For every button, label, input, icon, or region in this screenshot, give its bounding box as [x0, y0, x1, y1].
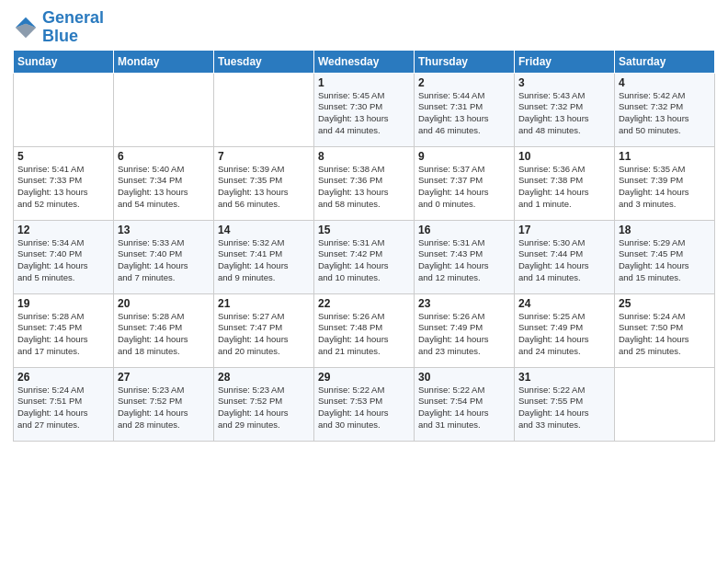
- day-info: Sunrise: 5:27 AM Sunset: 7:47 PM Dayligh…: [218, 311, 310, 358]
- calendar-table: SundayMondayTuesdayWednesdayThursdayFrid…: [13, 50, 715, 442]
- day-number: 12: [17, 224, 109, 236]
- day-info: Sunrise: 5:23 AM Sunset: 7:52 PM Dayligh…: [118, 385, 210, 431]
- calendar-cell: 14Sunrise: 5:32 AM Sunset: 7:41 PM Dayli…: [214, 220, 314, 293]
- day-number: 13: [118, 224, 210, 236]
- day-info: Sunrise: 5:31 AM Sunset: 7:42 PM Dayligh…: [318, 237, 410, 284]
- day-info: Sunrise: 5:34 AM Sunset: 7:40 PM Dayligh…: [17, 237, 109, 284]
- day-number: 21: [218, 297, 310, 310]
- day-info: Sunrise: 5:28 AM Sunset: 7:46 PM Dayligh…: [118, 311, 210, 358]
- calendar-cell: 24Sunrise: 5:25 AM Sunset: 7:49 PM Dayli…: [515, 293, 615, 367]
- calendar-cell: 7Sunrise: 5:39 AM Sunset: 7:35 PM Daylig…: [214, 146, 314, 220]
- day-number: 11: [619, 150, 711, 163]
- calendar-cell: 18Sunrise: 5:29 AM Sunset: 7:45 PM Dayli…: [615, 220, 715, 293]
- calendar-cell: 26Sunrise: 5:24 AM Sunset: 7:51 PM Dayli…: [14, 367, 114, 441]
- calendar-cell: 23Sunrise: 5:26 AM Sunset: 7:49 PM Dayli…: [415, 293, 515, 367]
- day-info: Sunrise: 5:33 AM Sunset: 7:40 PM Dayligh…: [118, 237, 210, 284]
- day-info: Sunrise: 5:24 AM Sunset: 7:51 PM Dayligh…: [17, 385, 109, 431]
- day-number: 27: [118, 371, 210, 384]
- day-info: Sunrise: 5:22 AM Sunset: 7:53 PM Dayligh…: [318, 385, 410, 431]
- calendar-cell: 21Sunrise: 5:27 AM Sunset: 7:47 PM Dayli…: [214, 293, 314, 367]
- calendar-week-1: 1Sunrise: 5:45 AM Sunset: 7:30 PM Daylig…: [14, 73, 715, 146]
- day-info: Sunrise: 5:42 AM Sunset: 7:32 PM Dayligh…: [619, 90, 711, 137]
- day-number: 30: [418, 371, 510, 384]
- day-info: Sunrise: 5:25 AM Sunset: 7:49 PM Dayligh…: [518, 311, 610, 358]
- col-header-saturday: Saturday: [615, 50, 715, 73]
- day-number: 15: [318, 224, 410, 236]
- calendar-cell: 10Sunrise: 5:36 AM Sunset: 7:38 PM Dayli…: [515, 146, 615, 220]
- day-info: Sunrise: 5:41 AM Sunset: 7:33 PM Dayligh…: [17, 164, 109, 211]
- day-info: Sunrise: 5:26 AM Sunset: 7:49 PM Dayligh…: [418, 311, 510, 358]
- day-number: 20: [118, 297, 210, 310]
- calendar-week-2: 5Sunrise: 5:41 AM Sunset: 7:33 PM Daylig…: [14, 146, 715, 220]
- logo: General Blue: [13, 9, 104, 46]
- col-header-sunday: Sunday: [14, 50, 114, 73]
- header: General Blue: [13, 9, 715, 46]
- day-number: 8: [318, 150, 410, 163]
- calendar-cell: 1Sunrise: 5:45 AM Sunset: 7:30 PM Daylig…: [314, 73, 415, 146]
- day-number: 17: [518, 224, 610, 236]
- calendar-week-4: 19Sunrise: 5:28 AM Sunset: 7:45 PM Dayli…: [14, 293, 715, 367]
- col-header-wednesday: Wednesday: [314, 50, 415, 73]
- day-info: Sunrise: 5:23 AM Sunset: 7:52 PM Dayligh…: [218, 385, 310, 431]
- day-info: Sunrise: 5:30 AM Sunset: 7:44 PM Dayligh…: [518, 237, 610, 284]
- calendar-cell: [214, 73, 314, 146]
- logo-icon: [13, 15, 39, 40]
- calendar-cell: 17Sunrise: 5:30 AM Sunset: 7:44 PM Dayli…: [515, 220, 615, 293]
- day-info: Sunrise: 5:38 AM Sunset: 7:36 PM Dayligh…: [318, 164, 410, 211]
- day-number: 14: [218, 224, 310, 236]
- calendar-cell: 28Sunrise: 5:23 AM Sunset: 7:52 PM Dayli…: [214, 367, 314, 441]
- day-info: Sunrise: 5:24 AM Sunset: 7:50 PM Dayligh…: [619, 311, 711, 358]
- day-info: Sunrise: 5:28 AM Sunset: 7:45 PM Dayligh…: [17, 311, 109, 358]
- calendar-cell: 27Sunrise: 5:23 AM Sunset: 7:52 PM Dayli…: [114, 367, 214, 441]
- calendar-cell: 16Sunrise: 5:31 AM Sunset: 7:43 PM Dayli…: [415, 220, 515, 293]
- calendar-cell: [114, 73, 214, 146]
- day-info: Sunrise: 5:36 AM Sunset: 7:38 PM Dayligh…: [518, 164, 610, 211]
- day-info: Sunrise: 5:40 AM Sunset: 7:34 PM Dayligh…: [118, 164, 210, 211]
- calendar-cell: 20Sunrise: 5:28 AM Sunset: 7:46 PM Dayli…: [114, 293, 214, 367]
- calendar-cell: [14, 73, 114, 146]
- day-number: 16: [418, 224, 510, 236]
- day-info: Sunrise: 5:22 AM Sunset: 7:55 PM Dayligh…: [518, 385, 610, 431]
- day-number: 4: [619, 76, 711, 89]
- day-number: 25: [619, 297, 711, 310]
- day-number: 5: [17, 150, 109, 163]
- day-number: 22: [318, 297, 410, 310]
- day-number: 19: [17, 297, 109, 310]
- day-info: Sunrise: 5:32 AM Sunset: 7:41 PM Dayligh…: [218, 237, 310, 284]
- calendar-cell: 12Sunrise: 5:34 AM Sunset: 7:40 PM Dayli…: [14, 220, 114, 293]
- day-info: Sunrise: 5:45 AM Sunset: 7:30 PM Dayligh…: [318, 90, 410, 137]
- day-info: Sunrise: 5:37 AM Sunset: 7:37 PM Dayligh…: [418, 164, 510, 211]
- day-number: 23: [418, 297, 510, 310]
- day-number: 18: [619, 224, 711, 236]
- logo-text: General Blue: [42, 9, 104, 46]
- calendar-cell: 30Sunrise: 5:22 AM Sunset: 7:54 PM Dayli…: [415, 367, 515, 441]
- day-number: 29: [318, 371, 410, 384]
- day-number: 2: [418, 76, 510, 89]
- calendar-week-3: 12Sunrise: 5:34 AM Sunset: 7:40 PM Dayli…: [14, 220, 715, 293]
- day-info: Sunrise: 5:35 AM Sunset: 7:39 PM Dayligh…: [619, 164, 711, 211]
- calendar-cell: 4Sunrise: 5:42 AM Sunset: 7:32 PM Daylig…: [615, 73, 715, 146]
- col-header-friday: Friday: [515, 50, 615, 73]
- day-number: 6: [118, 150, 210, 163]
- calendar-cell: [615, 367, 715, 441]
- calendar-cell: 9Sunrise: 5:37 AM Sunset: 7:37 PM Daylig…: [415, 146, 515, 220]
- calendar-header: SundayMondayTuesdayWednesdayThursdayFrid…: [14, 50, 715, 73]
- day-number: 1: [318, 76, 410, 89]
- day-number: 26: [17, 371, 109, 384]
- page-container: General Blue SundayMondayTuesdayWednesda…: [0, 0, 728, 451]
- day-number: 10: [518, 150, 610, 163]
- calendar-cell: 22Sunrise: 5:26 AM Sunset: 7:48 PM Dayli…: [314, 293, 415, 367]
- calendar-cell: 2Sunrise: 5:44 AM Sunset: 7:31 PM Daylig…: [415, 73, 515, 146]
- calendar-cell: 3Sunrise: 5:43 AM Sunset: 7:32 PM Daylig…: [515, 73, 615, 146]
- day-info: Sunrise: 5:26 AM Sunset: 7:48 PM Dayligh…: [318, 311, 410, 358]
- col-header-thursday: Thursday: [415, 50, 515, 73]
- calendar-cell: 5Sunrise: 5:41 AM Sunset: 7:33 PM Daylig…: [14, 146, 114, 220]
- calendar-cell: 6Sunrise: 5:40 AM Sunset: 7:34 PM Daylig…: [114, 146, 214, 220]
- day-number: 28: [218, 371, 310, 384]
- col-header-monday: Monday: [114, 50, 214, 73]
- day-info: Sunrise: 5:39 AM Sunset: 7:35 PM Dayligh…: [218, 164, 310, 211]
- day-number: 31: [518, 371, 610, 384]
- col-header-tuesday: Tuesday: [214, 50, 314, 73]
- calendar-week-5: 26Sunrise: 5:24 AM Sunset: 7:51 PM Dayli…: [14, 367, 715, 441]
- calendar-cell: 19Sunrise: 5:28 AM Sunset: 7:45 PM Dayli…: [14, 293, 114, 367]
